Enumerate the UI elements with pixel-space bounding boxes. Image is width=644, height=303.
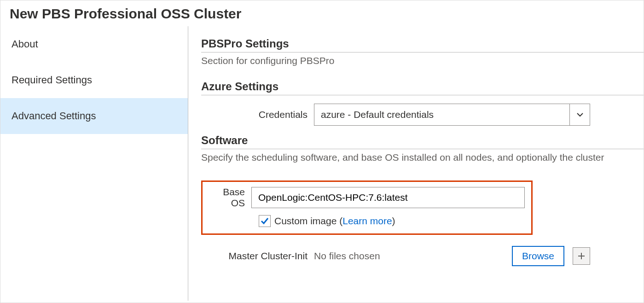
custom-image-label: Custom image (Learn more) (274, 216, 395, 227)
pbspro-heading: PBSPro Settings (201, 37, 644, 50)
credentials-select[interactable]: azure - Default credentials (314, 104, 590, 126)
base-os-highlight: Base OS Custom image (Learn more) (201, 181, 533, 235)
software-desc: Specify the scheduling software, and bas… (201, 152, 644, 163)
sidebar: About Required Settings Advanced Setting… (0, 26, 188, 301)
chevron-down-icon[interactable] (569, 104, 590, 125)
content-area: PBSPro Settings Section for configuring … (188, 26, 644, 301)
sidebar-item-required-settings[interactable]: Required Settings (0, 62, 188, 98)
software-heading: Software (201, 134, 644, 147)
learn-more-link[interactable]: Learn more (342, 216, 392, 226)
base-os-label: Base OS (209, 186, 251, 209)
sidebar-item-advanced-settings[interactable]: Advanced Settings (0, 98, 188, 134)
check-icon (261, 217, 269, 225)
credentials-label: Credentials (201, 109, 314, 120)
credentials-value: azure - Default credentials (314, 104, 569, 125)
custom-image-checkbox[interactable] (259, 215, 271, 227)
browse-button[interactable]: Browse (512, 246, 564, 266)
no-files-text: No files chosen (314, 251, 380, 262)
base-os-input[interactable] (251, 187, 525, 208)
add-button[interactable] (573, 247, 590, 265)
master-cluster-init-label: Master Cluster-Init (201, 251, 314, 262)
azure-heading: Azure Settings (201, 80, 644, 93)
page-title: New PBS Professional OSS Cluster (0, 0, 644, 26)
pbspro-desc: Section for configuring PBSPro (201, 55, 644, 66)
plus-icon (577, 252, 586, 260)
sidebar-item-about[interactable]: About (0, 26, 188, 62)
